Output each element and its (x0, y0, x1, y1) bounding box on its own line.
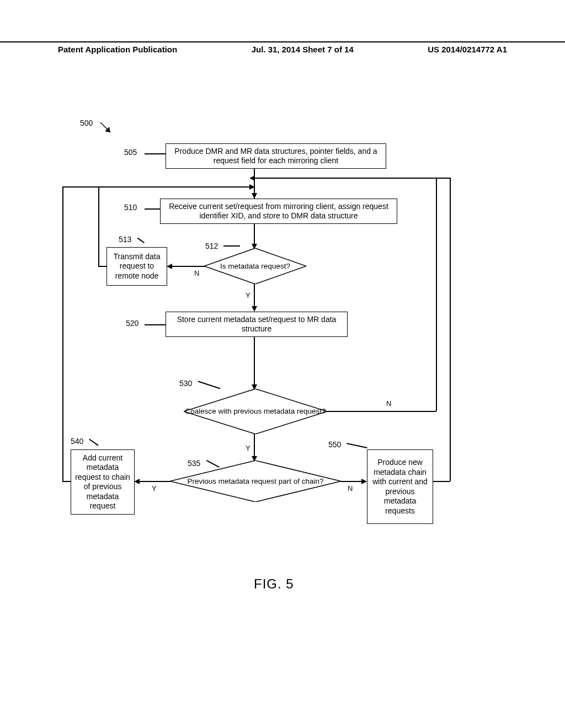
connector-icon (98, 266, 106, 267)
branch-n: N (348, 484, 353, 493)
connector-icon (62, 186, 63, 481)
connector-icon (254, 178, 436, 179)
diamond-512: Is metadata request? (204, 248, 306, 284)
leader-line-icon (145, 208, 160, 210)
arrowhead-icon (249, 184, 255, 190)
connector-icon (172, 266, 205, 267)
box-513: Transmit data request to remote node (106, 247, 167, 286)
box-510: Receive current set/request from mirrori… (160, 199, 397, 224)
leader-line-icon (223, 245, 240, 247)
box-520: Store current metadata set/request to MR… (166, 312, 348, 337)
arrowhead-icon (134, 479, 140, 484)
figure-caption: FIG. 5 (254, 576, 294, 592)
label-512: 512 (205, 242, 218, 250)
branch-y: Y (246, 291, 250, 299)
branch-n: N (194, 269, 199, 277)
connector-icon (433, 481, 450, 482)
label-520: 520 (126, 319, 138, 328)
connector-icon (62, 186, 99, 188)
label-550: 550 (328, 440, 341, 449)
arrowhead-icon (252, 193, 257, 199)
connector-icon (450, 178, 451, 481)
connector-icon (98, 186, 254, 188)
connector-icon (254, 337, 255, 389)
header-left: Patent Application Publication (0, 45, 177, 54)
header-mid: Jul. 31, 2014 Sheet 7 of 14 (252, 45, 354, 54)
connector-icon (327, 411, 436, 412)
box-540: Add current metadata request to chain of… (71, 449, 135, 515)
page-header: Patent Application Publication Jul. 31, … (0, 41, 565, 54)
pointer-arrow-icon (99, 121, 116, 138)
label-505: 505 (124, 148, 137, 157)
label-540: 540 (71, 437, 83, 446)
label-535: 535 (188, 459, 200, 468)
leader-line-icon (145, 153, 166, 154)
header-right: US 2014/0214772 A1 (428, 45, 565, 54)
connector-icon (436, 178, 437, 411)
arrowhead-icon (252, 306, 257, 312)
label-500: 500 (80, 119, 93, 127)
diamond-535-text: Previous metadata request part of chain? (170, 477, 341, 485)
flowchart-diagram: 500 Produce DMR and MR data structures, … (0, 116, 565, 612)
leader-line-icon (137, 238, 145, 243)
leader-line-icon (198, 381, 220, 389)
connector-icon (436, 178, 450, 179)
leader-line-icon (347, 443, 367, 448)
label-513: 513 (119, 235, 131, 244)
branch-y: Y (246, 444, 250, 452)
arrowhead-icon (249, 175, 255, 181)
label-530: 530 (179, 379, 192, 388)
leader-line-icon (89, 438, 98, 446)
leader-line-icon (145, 324, 166, 325)
branch-n: N (386, 399, 391, 408)
connector-icon (98, 186, 99, 266)
label-510: 510 (124, 203, 137, 212)
diamond-512-text: Is metadata request? (204, 261, 306, 270)
diamond-530: Coalesce with previous metadata request? (184, 389, 327, 434)
branch-y: Y (152, 484, 157, 493)
box-550: Produce new metadata chain with current … (367, 449, 433, 524)
arrowhead-icon (361, 479, 367, 484)
arrowhead-icon (167, 264, 172, 269)
box-505: Produce DMR and MR data structures, poin… (166, 143, 386, 169)
connector-icon (139, 481, 170, 482)
connector-icon (62, 481, 71, 482)
diamond-530-text: Coalesce with previous metadata request? (184, 407, 327, 416)
